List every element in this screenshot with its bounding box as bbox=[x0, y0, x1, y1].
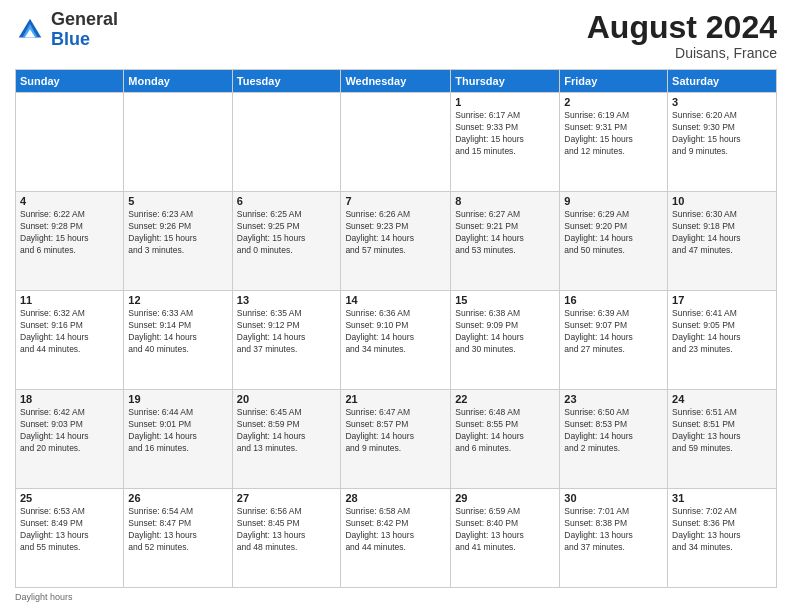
day-info: Sunrise: 6:54 AM Sunset: 8:47 PM Dayligh… bbox=[128, 506, 227, 554]
day-number: 19 bbox=[128, 393, 227, 405]
day-info: Sunrise: 6:48 AM Sunset: 8:55 PM Dayligh… bbox=[455, 407, 555, 455]
calendar-cell bbox=[341, 93, 451, 192]
logo-icon bbox=[15, 15, 45, 45]
col-wednesday: Wednesday bbox=[341, 70, 451, 93]
day-info: Sunrise: 6:27 AM Sunset: 9:21 PM Dayligh… bbox=[455, 209, 555, 257]
day-info: Sunrise: 6:58 AM Sunset: 8:42 PM Dayligh… bbox=[345, 506, 446, 554]
day-number: 7 bbox=[345, 195, 446, 207]
title-block: August 2024 Duisans, France bbox=[587, 10, 777, 61]
day-info: Sunrise: 7:02 AM Sunset: 8:36 PM Dayligh… bbox=[672, 506, 772, 554]
day-number: 23 bbox=[564, 393, 663, 405]
calendar-cell: 12Sunrise: 6:33 AM Sunset: 9:14 PM Dayli… bbox=[124, 291, 232, 390]
day-info: Sunrise: 6:35 AM Sunset: 9:12 PM Dayligh… bbox=[237, 308, 337, 356]
calendar-cell: 29Sunrise: 6:59 AM Sunset: 8:40 PM Dayli… bbox=[451, 489, 560, 588]
day-number: 24 bbox=[672, 393, 772, 405]
day-number: 16 bbox=[564, 294, 663, 306]
day-number: 28 bbox=[345, 492, 446, 504]
day-info: Sunrise: 6:51 AM Sunset: 8:51 PM Dayligh… bbox=[672, 407, 772, 455]
calendar-cell: 21Sunrise: 6:47 AM Sunset: 8:57 PM Dayli… bbox=[341, 390, 451, 489]
calendar-cell: 4Sunrise: 6:22 AM Sunset: 9:28 PM Daylig… bbox=[16, 192, 124, 291]
day-info: Sunrise: 6:39 AM Sunset: 9:07 PM Dayligh… bbox=[564, 308, 663, 356]
day-number: 17 bbox=[672, 294, 772, 306]
day-number: 10 bbox=[672, 195, 772, 207]
col-thursday: Thursday bbox=[451, 70, 560, 93]
calendar-cell: 1Sunrise: 6:17 AM Sunset: 9:33 PM Daylig… bbox=[451, 93, 560, 192]
day-info: Sunrise: 7:01 AM Sunset: 8:38 PM Dayligh… bbox=[564, 506, 663, 554]
calendar-week-4: 18Sunrise: 6:42 AM Sunset: 9:03 PM Dayli… bbox=[16, 390, 777, 489]
day-number: 29 bbox=[455, 492, 555, 504]
col-tuesday: Tuesday bbox=[232, 70, 341, 93]
calendar-cell: 10Sunrise: 6:30 AM Sunset: 9:18 PM Dayli… bbox=[668, 192, 777, 291]
calendar-cell: 28Sunrise: 6:58 AM Sunset: 8:42 PM Dayli… bbox=[341, 489, 451, 588]
calendar-cell: 2Sunrise: 6:19 AM Sunset: 9:31 PM Daylig… bbox=[560, 93, 668, 192]
calendar-cell: 11Sunrise: 6:32 AM Sunset: 9:16 PM Dayli… bbox=[16, 291, 124, 390]
calendar-header-row: Sunday Monday Tuesday Wednesday Thursday… bbox=[16, 70, 777, 93]
header: General Blue August 2024 Duisans, France bbox=[15, 10, 777, 61]
day-info: Sunrise: 6:53 AM Sunset: 8:49 PM Dayligh… bbox=[20, 506, 119, 554]
calendar-cell bbox=[124, 93, 232, 192]
day-number: 13 bbox=[237, 294, 337, 306]
day-number: 12 bbox=[128, 294, 227, 306]
day-info: Sunrise: 6:42 AM Sunset: 9:03 PM Dayligh… bbox=[20, 407, 119, 455]
calendar-week-1: 1Sunrise: 6:17 AM Sunset: 9:33 PM Daylig… bbox=[16, 93, 777, 192]
day-info: Sunrise: 6:50 AM Sunset: 8:53 PM Dayligh… bbox=[564, 407, 663, 455]
day-number: 3 bbox=[672, 96, 772, 108]
logo: General Blue bbox=[15, 10, 118, 50]
calendar-cell bbox=[232, 93, 341, 192]
calendar-cell: 15Sunrise: 6:38 AM Sunset: 9:09 PM Dayli… bbox=[451, 291, 560, 390]
day-number: 21 bbox=[345, 393, 446, 405]
calendar-cell: 5Sunrise: 6:23 AM Sunset: 9:26 PM Daylig… bbox=[124, 192, 232, 291]
calendar-cell: 31Sunrise: 7:02 AM Sunset: 8:36 PM Dayli… bbox=[668, 489, 777, 588]
calendar-week-2: 4Sunrise: 6:22 AM Sunset: 9:28 PM Daylig… bbox=[16, 192, 777, 291]
day-number: 15 bbox=[455, 294, 555, 306]
day-number: 2 bbox=[564, 96, 663, 108]
day-number: 31 bbox=[672, 492, 772, 504]
col-sunday: Sunday bbox=[16, 70, 124, 93]
day-number: 20 bbox=[237, 393, 337, 405]
calendar-cell: 18Sunrise: 6:42 AM Sunset: 9:03 PM Dayli… bbox=[16, 390, 124, 489]
day-info: Sunrise: 6:36 AM Sunset: 9:10 PM Dayligh… bbox=[345, 308, 446, 356]
calendar-table: Sunday Monday Tuesday Wednesday Thursday… bbox=[15, 69, 777, 588]
day-number: 22 bbox=[455, 393, 555, 405]
day-info: Sunrise: 6:59 AM Sunset: 8:40 PM Dayligh… bbox=[455, 506, 555, 554]
calendar-week-5: 25Sunrise: 6:53 AM Sunset: 8:49 PM Dayli… bbox=[16, 489, 777, 588]
day-number: 8 bbox=[455, 195, 555, 207]
day-info: Sunrise: 6:56 AM Sunset: 8:45 PM Dayligh… bbox=[237, 506, 337, 554]
calendar-cell: 3Sunrise: 6:20 AM Sunset: 9:30 PM Daylig… bbox=[668, 93, 777, 192]
day-info: Sunrise: 6:47 AM Sunset: 8:57 PM Dayligh… bbox=[345, 407, 446, 455]
day-info: Sunrise: 6:25 AM Sunset: 9:25 PM Dayligh… bbox=[237, 209, 337, 257]
day-number: 6 bbox=[237, 195, 337, 207]
calendar-cell: 8Sunrise: 6:27 AM Sunset: 9:21 PM Daylig… bbox=[451, 192, 560, 291]
day-number: 9 bbox=[564, 195, 663, 207]
calendar-cell: 26Sunrise: 6:54 AM Sunset: 8:47 PM Dayli… bbox=[124, 489, 232, 588]
calendar-cell: 27Sunrise: 6:56 AM Sunset: 8:45 PM Dayli… bbox=[232, 489, 341, 588]
day-info: Sunrise: 6:22 AM Sunset: 9:28 PM Dayligh… bbox=[20, 209, 119, 257]
day-info: Sunrise: 6:32 AM Sunset: 9:16 PM Dayligh… bbox=[20, 308, 119, 356]
month-title: August 2024 bbox=[587, 10, 777, 45]
calendar-cell: 23Sunrise: 6:50 AM Sunset: 8:53 PM Dayli… bbox=[560, 390, 668, 489]
day-info: Sunrise: 6:23 AM Sunset: 9:26 PM Dayligh… bbox=[128, 209, 227, 257]
calendar-cell: 30Sunrise: 7:01 AM Sunset: 8:38 PM Dayli… bbox=[560, 489, 668, 588]
day-number: 18 bbox=[20, 393, 119, 405]
col-monday: Monday bbox=[124, 70, 232, 93]
footer-note: Daylight hours bbox=[15, 592, 777, 602]
calendar-cell: 14Sunrise: 6:36 AM Sunset: 9:10 PM Dayli… bbox=[341, 291, 451, 390]
day-number: 30 bbox=[564, 492, 663, 504]
calendar-cell: 6Sunrise: 6:25 AM Sunset: 9:25 PM Daylig… bbox=[232, 192, 341, 291]
day-number: 4 bbox=[20, 195, 119, 207]
logo-blue: Blue bbox=[51, 29, 90, 49]
calendar-cell: 25Sunrise: 6:53 AM Sunset: 8:49 PM Dayli… bbox=[16, 489, 124, 588]
calendar-cell: 16Sunrise: 6:39 AM Sunset: 9:07 PM Dayli… bbox=[560, 291, 668, 390]
day-number: 27 bbox=[237, 492, 337, 504]
calendar-cell: 20Sunrise: 6:45 AM Sunset: 8:59 PM Dayli… bbox=[232, 390, 341, 489]
day-info: Sunrise: 6:38 AM Sunset: 9:09 PM Dayligh… bbox=[455, 308, 555, 356]
calendar-cell: 22Sunrise: 6:48 AM Sunset: 8:55 PM Dayli… bbox=[451, 390, 560, 489]
col-saturday: Saturday bbox=[668, 70, 777, 93]
calendar-cell: 19Sunrise: 6:44 AM Sunset: 9:01 PM Dayli… bbox=[124, 390, 232, 489]
day-info: Sunrise: 6:45 AM Sunset: 8:59 PM Dayligh… bbox=[237, 407, 337, 455]
day-number: 14 bbox=[345, 294, 446, 306]
day-info: Sunrise: 6:44 AM Sunset: 9:01 PM Dayligh… bbox=[128, 407, 227, 455]
logo-text: General Blue bbox=[51, 10, 118, 50]
calendar-cell: 9Sunrise: 6:29 AM Sunset: 9:20 PM Daylig… bbox=[560, 192, 668, 291]
day-info: Sunrise: 6:29 AM Sunset: 9:20 PM Dayligh… bbox=[564, 209, 663, 257]
